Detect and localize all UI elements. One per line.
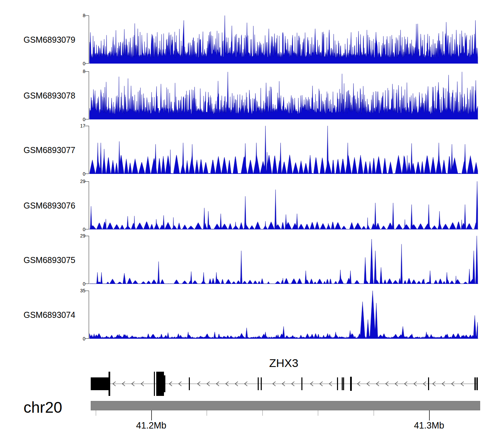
exon-box [91,377,109,390]
y-axis-max-label: 29 [54,179,85,184]
y-axis-line [89,126,89,174]
ruler-tick-label: 41.2Mb [123,420,180,431]
exon-box [337,377,338,390]
coverage-signal [89,126,478,174]
y-axis-max-label: 17 [54,123,85,128]
coverage-signal [89,15,478,64]
track-label: GSM6893076 [24,200,87,211]
coverage-signal [89,291,478,339]
y-axis-top-tick [85,15,89,16]
chromosome-bar [91,401,480,410]
exon-box [156,372,164,396]
y-axis-zero-label: 0 [54,281,85,287]
y-axis-line [89,291,89,339]
coverage-signal [89,181,478,229]
y-axis-bottom-tick [85,229,89,229]
ruler-minor-tick [207,410,207,416]
gene-name-label: ZHX3 [89,357,478,370]
exon-box [154,372,155,396]
ruler-major-tick [151,410,152,420]
y-axis-line [89,71,89,119]
exon-box [474,377,476,390]
y-axis-zero-label: 0 [54,336,85,341]
exon-box [109,372,110,396]
y-axis-line [89,236,89,284]
y-axis-max-label: 8 [54,13,85,18]
gene-model-track [89,371,478,397]
y-axis-zero-label: 0 [54,61,85,66]
track-label: GSM6893077 [24,145,87,155]
exon-box [164,375,165,392]
y-axis-top-tick [85,71,89,72]
exon-box [189,377,190,390]
y-axis-bottom-tick [85,63,89,64]
y-axis-bottom-tick [85,174,89,174]
chromosome-label: chr20 [24,400,62,415]
track-label: GSM6893078 [24,90,87,101]
y-axis-max-label: 29 [54,233,85,238]
ruler-minor-tick [96,410,96,416]
ruler-major-tick [429,410,430,420]
ruler-tick-label: 41.3Mb [401,420,458,431]
y-axis-bottom-tick [85,119,89,119]
exon-box [476,377,478,390]
exon-box [350,377,352,391]
y-axis-line [89,181,89,229]
exon-box [301,377,302,390]
track-label: GSM6893074 [24,310,87,320]
ruler-minor-tick [318,410,318,416]
exon-box [261,377,262,390]
exon-box [342,377,343,390]
coverage-signal [89,236,478,284]
exon-box [428,377,429,390]
exon-box [343,377,344,390]
y-axis-bottom-tick [85,284,89,284]
ruler-minor-tick [374,410,374,416]
y-axis-top-tick [85,236,89,236]
y-axis-top-tick [85,291,89,291]
y-axis-top-tick [85,126,89,126]
track-label: GSM6893075 [24,255,87,265]
y-axis-bottom-tick [85,338,89,339]
exon-box [258,377,259,390]
genome-coverage-figure: GSM689307980GSM689307880GSM6893077170GSM… [0,0,504,444]
coverage-signal [89,71,478,119]
track-label: GSM6893079 [24,35,87,45]
y-axis-max-label: 35 [54,288,85,293]
y-axis-top-tick [85,181,89,182]
y-axis-line [89,15,89,64]
y-axis-zero-label: 0 [54,171,85,177]
ruler-minor-tick [262,410,263,416]
y-axis-zero-label: 0 [54,117,85,122]
y-axis-max-label: 8 [54,69,85,74]
y-axis-zero-label: 0 [54,227,85,232]
